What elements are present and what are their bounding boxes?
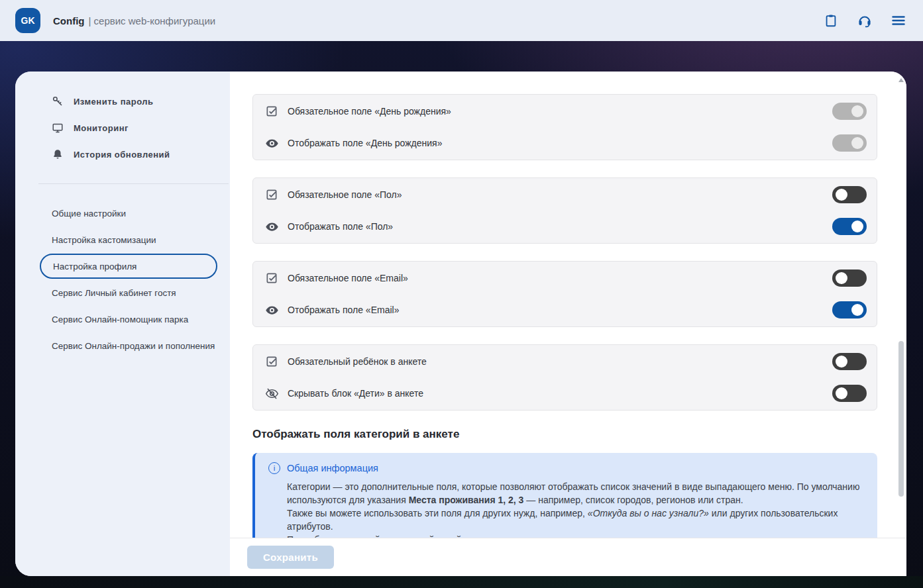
save-footer: Сохранить	[230, 538, 906, 576]
toggle-knob	[851, 220, 863, 232]
nav-label: Настройка кастомизации	[52, 235, 156, 245]
sidebar-item-general-settings[interactable]: Общие настройки	[15, 200, 230, 226]
settings-card-birthday: Обязательное поле «День рождения» Отобра…	[252, 94, 877, 160]
toggle-switch	[832, 134, 867, 152]
headset-icon[interactable]	[857, 13, 873, 28]
setting-row: Обязательный ребёнок в анкете	[253, 346, 877, 377]
setting-label: Обязательное поле «День рождения»	[288, 106, 451, 117]
checkbox-icon	[264, 354, 279, 369]
info-paragraph: Категории — это дополнительные поля, кот…	[287, 480, 861, 507]
save-button[interactable]: Сохранить	[247, 546, 334, 569]
settings-card-email: Обязательное поле «Email» Отображать пол…	[252, 261, 877, 327]
info-box-title: i Общая информация	[268, 462, 861, 474]
section-heading: Отображать поля категорий в анкете	[252, 428, 877, 441]
setting-label: Отображать поле «Пол»	[288, 221, 393, 232]
background-bottom-strip	[0, 576, 923, 588]
info-text-bold: Места проживания 1, 2, 3	[409, 495, 524, 505]
app-subtitle: | сервис web-конфигурации	[88, 15, 215, 26]
info-text: — например, список городов, регионов или…	[523, 495, 743, 505]
sidebar-item-customization[interactable]: Настройка кастомизации	[15, 226, 230, 253]
setting-row: Отображать поле «День рождения»	[253, 127, 877, 159]
nav-label: Сервис Онлайн-помощник парка	[52, 315, 188, 324]
toggle-switch[interactable]	[832, 186, 867, 203]
content-panel: Изменить пароль Мониторинг История обнов…	[15, 72, 906, 576]
setting-label: Скрывать блок «Дети» в анкете	[288, 388, 423, 399]
toggle-knob	[836, 272, 847, 284]
sidebar-item-guest-cabinet[interactable]: Сервис Личный кабинет гостя	[15, 279, 230, 306]
checkbox-icon	[264, 271, 279, 285]
app-name: Config	[53, 15, 84, 26]
setting-row: Скрывать блок «Дети» в анкете	[253, 377, 877, 409]
sidebar-item-label: Изменить пароль	[74, 97, 154, 107]
toggle-switch[interactable]	[832, 218, 867, 235]
menu-icon[interactable]	[891, 13, 906, 28]
toggle-switch[interactable]	[832, 301, 867, 318]
nav-label: Сервис Онлайн-продажи и пополнения	[52, 341, 215, 351]
app-title: Config | сервис web-конфигурации	[53, 15, 215, 26]
info-title-text: Общая информация	[287, 463, 378, 473]
nav-label: Сервис Личный кабинет гостя	[52, 288, 176, 298]
main-content: Обязательное поле «День рождения» Отобра…	[230, 72, 906, 576]
toggle-knob	[851, 137, 863, 149]
sidebar-item-monitoring[interactable]: Мониторинг	[15, 115, 230, 141]
info-icon: i	[268, 462, 280, 474]
setting-label: Отображать поле «День рождения»	[288, 138, 443, 148]
sidebar-item-online-sales[interactable]: Сервис Онлайн-продажи и пополнения	[15, 332, 230, 359]
checkbox-icon	[264, 187, 279, 202]
scrollbar-up-arrow-icon[interactable]	[898, 78, 904, 82]
checkbox-icon	[264, 104, 279, 119]
toggle-switch[interactable]	[832, 270, 867, 287]
sidebar-item-park-assistant[interactable]: Сервис Онлайн-помощник парка	[15, 306, 230, 332]
sidebar-nav: Общие настройки Настройка кастомизации Н…	[15, 200, 230, 359]
scrollbar-thumb[interactable]	[898, 341, 904, 497]
settings-card-gender: Обязательное поле «Пол» Отображать поле …	[252, 177, 877, 244]
info-text-italic: «Откуда вы о нас узнали?»	[588, 508, 709, 518]
toggle-knob	[851, 105, 863, 117]
setting-label: Отображать поле «Email»	[288, 305, 399, 315]
settings-scroll-area: Обязательное поле «День рождения» Отобра…	[230, 72, 906, 576]
eye-icon	[264, 303, 279, 317]
sidebar-item-profile-settings[interactable]: Настройка профиля	[40, 254, 217, 279]
sidebar: Изменить пароль Мониторинг История обнов…	[15, 72, 230, 576]
toggle-switch[interactable]	[832, 385, 867, 402]
top-header: GK Config | сервис web-конфигурации	[0, 0, 923, 41]
sidebar-item-update-history[interactable]: История обновлений	[15, 141, 230, 168]
header-actions	[823, 13, 906, 28]
info-paragraph: Также вы можете использовать эти поля дл…	[287, 507, 861, 533]
setting-row: Обязательное поле «Пол»	[253, 179, 877, 211]
settings-card-children: Обязательный ребёнок в анкете Скрывать б…	[252, 344, 877, 411]
sidebar-item-label: Мониторинг	[74, 123, 129, 133]
info-text: Также вы можете использовать эти поля дл…	[287, 508, 588, 518]
toggle-switch	[832, 103, 867, 120]
setting-row: Отображать поле «Пол»	[253, 211, 877, 242]
setting-row: Отображать поле «Email»	[253, 294, 877, 326]
toggle-knob	[836, 189, 847, 201]
setting-row: Обязательное поле «День рождения»	[253, 95, 877, 127]
nav-label: Настройка профиля	[53, 262, 136, 271]
setting-label: Обязательный ребёнок в анкете	[288, 356, 427, 367]
info-box-body: Категории — это дополнительные поля, кот…	[268, 480, 861, 546]
setting-row: Обязательное поле «Email»	[253, 262, 877, 294]
eye-icon	[264, 136, 279, 150]
clipboard-icon[interactable]	[823, 13, 839, 28]
monitor-icon	[52, 122, 64, 134]
toggle-knob	[836, 356, 847, 368]
eye-icon	[264, 219, 279, 234]
toggle-knob	[851, 304, 863, 316]
toggle-knob	[836, 387, 847, 399]
sidebar-item-label: История обновлений	[74, 150, 170, 160]
setting-label: Обязательное поле «Пол»	[288, 189, 402, 200]
toggle-switch[interactable]	[832, 353, 867, 370]
bell-icon	[52, 148, 64, 160]
setting-label: Обязательное поле «Email»	[288, 273, 408, 283]
sidebar-divider	[38, 183, 229, 184]
nav-label: Общие настройки	[52, 209, 126, 219]
key-icon	[52, 95, 64, 107]
sidebar-item-change-password[interactable]: Изменить пароль	[15, 88, 230, 115]
app-logo: GK	[15, 8, 40, 33]
eye-slash-icon	[264, 386, 279, 401]
